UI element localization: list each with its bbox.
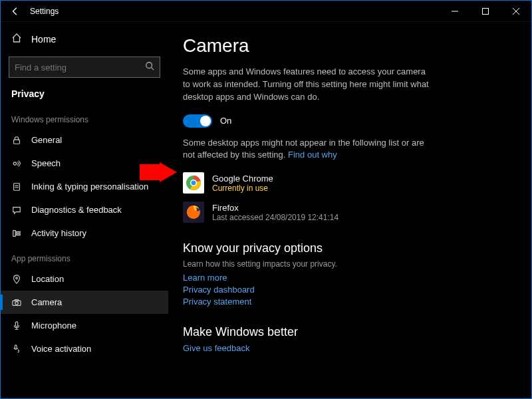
- svg-rect-19: [15, 344, 17, 348]
- feedback-icon: [11, 205, 22, 215]
- sidebar-item-speech[interactable]: Speech: [1, 152, 168, 175]
- app-row-chrome: Google Chrome Currently in use: [183, 172, 514, 194]
- svg-rect-11: [13, 230, 16, 236]
- know-privacy-desc: Learn how this setting impacts your priv…: [183, 259, 514, 269]
- sidebar-item-voice-activation[interactable]: Voice activation: [1, 337, 168, 360]
- svg-rect-1: [483, 8, 489, 14]
- firefox-icon: [183, 201, 204, 223]
- svg-rect-8: [14, 183, 20, 190]
- home-button[interactable]: Home: [1, 26, 168, 53]
- app-status: Last accessed 24/08/2019 12:41:14: [212, 213, 338, 222]
- voice-icon: [11, 344, 22, 354]
- back-button[interactable]: [5, 1, 26, 22]
- svg-point-14: [16, 277, 18, 279]
- search-box[interactable]: [9, 57, 160, 78]
- search-input[interactable]: [15, 63, 145, 72]
- app-name: Google Chrome: [212, 174, 273, 184]
- privacy-statement-link[interactable]: Privacy statement: [183, 297, 514, 307]
- svg-line-5: [152, 68, 154, 70]
- svg-rect-17: [15, 299, 18, 301]
- give-feedback-link[interactable]: Give us feedback: [183, 343, 514, 353]
- toggle-label: On: [220, 116, 231, 126]
- minimize-button[interactable]: [440, 1, 470, 22]
- page-description: Some apps and Windows features need to a…: [183, 66, 429, 104]
- window-title: Settings: [30, 7, 59, 16]
- lock-icon: [11, 136, 22, 145]
- page-title: Camera: [183, 35, 514, 57]
- home-label: Home: [31, 34, 56, 45]
- sidebar-item-label: Voice activation: [31, 344, 91, 354]
- note-text: Some desktop apps might not appear in th…: [183, 137, 429, 162]
- speech-icon: [11, 159, 22, 168]
- make-windows-better-title: Make Windows better: [183, 325, 514, 339]
- sidebar-item-label: Speech: [31, 158, 61, 168]
- privacy-dashboard-link[interactable]: Privacy dashboard: [183, 285, 514, 295]
- maximize-button[interactable]: [470, 1, 501, 22]
- sidebar-item-label: Microphone: [31, 321, 76, 331]
- category-title: Privacy: [1, 84, 168, 106]
- sidebar-item-label: General: [31, 135, 62, 145]
- sidebar-item-inking[interactable]: Inking & typing personalisation: [1, 175, 168, 198]
- location-icon: [11, 275, 22, 284]
- sidebar-item-label: Location: [31, 274, 64, 284]
- sidebar-item-label: Inking & typing personalisation: [31, 182, 148, 192]
- search-icon: [145, 61, 154, 73]
- group-app-permissions: App permissions: [1, 245, 168, 267]
- sidebar: Home Privacy Windows permissions General…: [1, 22, 168, 398]
- svg-rect-12: [16, 231, 20, 233]
- titlebar: Settings: [1, 1, 531, 22]
- chrome-icon: [183, 172, 204, 194]
- svg-rect-6: [14, 140, 20, 144]
- svg-point-7: [13, 162, 16, 164]
- sidebar-item-location[interactable]: Location: [1, 267, 168, 291]
- clipboard-icon: [11, 182, 22, 192]
- svg-point-4: [146, 63, 152, 68]
- svg-point-16: [15, 301, 18, 304]
- svg-rect-13: [16, 233, 20, 235]
- app-status: Currently in use: [212, 184, 273, 193]
- find-out-why-link[interactable]: Find out why: [288, 150, 337, 160]
- sidebar-item-microphone[interactable]: Microphone: [1, 314, 168, 337]
- svg-point-23: [192, 181, 196, 186]
- sidebar-item-label: Camera: [31, 297, 62, 307]
- camera-icon: [11, 298, 22, 307]
- learn-more-link[interactable]: Learn more: [183, 273, 514, 283]
- sidebar-item-label: Activity history: [31, 228, 86, 238]
- microphone-icon: [11, 321, 22, 331]
- close-button[interactable]: [501, 1, 531, 22]
- know-privacy-title: Know your privacy options: [183, 241, 514, 255]
- sidebar-item-activity-history[interactable]: Activity history: [1, 221, 168, 245]
- app-row-firefox: Firefox Last accessed 24/08/2019 12:41:1…: [183, 201, 514, 223]
- history-icon: [11, 229, 22, 238]
- sidebar-item-general[interactable]: General: [1, 128, 168, 152]
- sidebar-item-diagnostics[interactable]: Diagnostics & feedback: [1, 198, 168, 221]
- app-name: Firefox: [212, 203, 338, 213]
- camera-toggle[interactable]: [183, 114, 212, 128]
- content-pane: Camera Some apps and Windows features ne…: [168, 22, 531, 398]
- home-icon: [11, 33, 22, 46]
- sidebar-item-camera[interactable]: Camera: [1, 291, 168, 314]
- svg-rect-18: [15, 321, 18, 326]
- group-windows-permissions: Windows permissions: [1, 106, 168, 128]
- sidebar-item-label: Diagnostics & feedback: [31, 205, 122, 215]
